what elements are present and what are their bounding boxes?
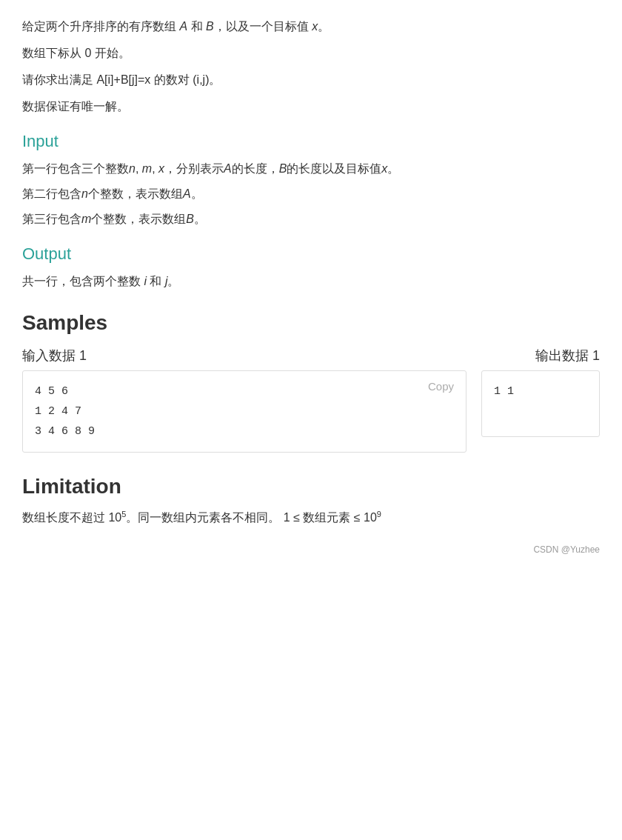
desc-line-3: 请你求出满足 A[i]+B[j]=x 的数对 (i,j)。 — [22, 68, 600, 92]
output-line-1: 共一行，包含两个整数 i 和 j。 — [22, 270, 600, 293]
input-line-3: 第三行包含m个整数，表示数组B。 — [22, 207, 600, 231]
output-content: 共一行，包含两个整数 i 和 j。 — [22, 270, 600, 293]
output-title: Output — [22, 244, 600, 264]
copy-button[interactable]: Copy — [424, 379, 458, 394]
samples-row: 输入数据 1 Copy 4 5 6 1 2 4 7 3 4 6 8 9 输出数据… — [22, 347, 600, 453]
sample-output-label: 输出数据 1 — [481, 347, 600, 364]
sample-input-label: 输入数据 1 — [22, 347, 466, 364]
input-line-2: 第二行包含n个整数，表示数组A。 — [22, 182, 600, 206]
input-line-1: 第一行包含三个整数n, m, x，分别表示A的长度，B的长度以及目标值x。 — [22, 157, 600, 181]
desc-line-4: 数据保证有唯一解。 — [22, 95, 600, 119]
input-section: Input 第一行包含三个整数n, m, x，分别表示A的长度，B的长度以及目标… — [22, 132, 600, 231]
desc-line-2: 数组下标从 0 开始。 — [22, 41, 600, 65]
sample-input-col: 输入数据 1 Copy 4 5 6 1 2 4 7 3 4 6 8 9 — [22, 347, 466, 453]
limitation-title: Limitation — [22, 475, 600, 499]
problem-description: 给定两个升序排序的有序数组 A 和 B，以及一个目标值 x。 数组下标从 0 开… — [22, 15, 600, 530]
input-title: Input — [22, 132, 600, 151]
sample-input-data: 4 5 6 1 2 4 7 3 4 6 8 9 — [35, 381, 454, 441]
input-content: 第一行包含三个整数n, m, x，分别表示A的长度，B的长度以及目标值x。 第二… — [22, 157, 600, 231]
sample-output-data: 1 1 — [494, 385, 514, 398]
footer: CSDN @Yuzhee — [22, 544, 600, 555]
limitation-section: Limitation 数组长度不超过 105。同一数组内元素各不相同。 1 ≤ … — [22, 475, 600, 530]
footer-text: CSDN @Yuzhee — [533, 544, 600, 555]
samples-section: Samples 输入数据 1 Copy 4 5 6 1 2 4 7 3 4 6 … — [22, 311, 600, 453]
sample-output-box: 1 1 — [481, 370, 600, 437]
sample-input-box: Copy 4 5 6 1 2 4 7 3 4 6 8 9 — [22, 370, 466, 453]
sample-output-col: 输出数据 1 1 1 — [481, 347, 600, 453]
desc-line-1: 给定两个升序排序的有序数组 A 和 B，以及一个目标值 x。 — [22, 15, 600, 39]
samples-title: Samples — [22, 311, 600, 335]
output-section: Output 共一行，包含两个整数 i 和 j。 — [22, 244, 600, 293]
limitation-text: 数组长度不超过 105。同一数组内元素各不相同。 1 ≤ 数组元素 ≤ 109 — [22, 506, 600, 530]
